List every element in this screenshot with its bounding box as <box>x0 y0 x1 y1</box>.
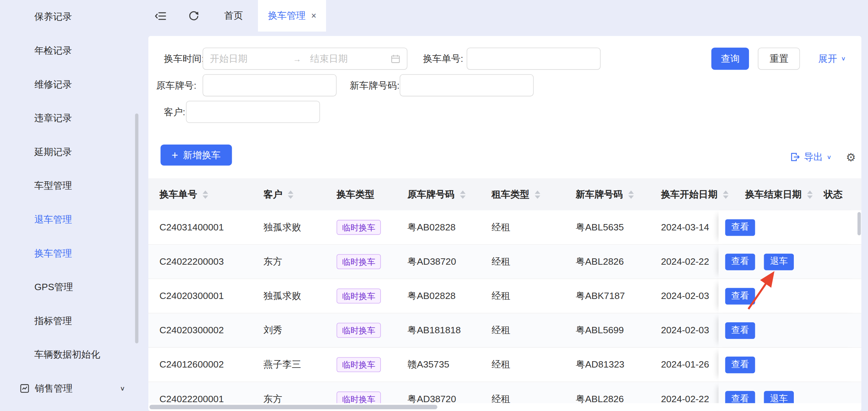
chevron-down-icon: ∨ <box>120 385 125 392</box>
settings-gear-icon[interactable]: ⚙ <box>846 152 856 163</box>
cell-order-no: C24031400001 <box>148 210 253 244</box>
filter-label-old-plate: 原车牌号: <box>156 79 203 92</box>
sidebar-scrollbar[interactable] <box>135 113 138 343</box>
column-label: 新车牌号码 <box>576 188 623 201</box>
tab-change-management[interactable]: 换车管理 × <box>258 0 326 31</box>
cell-old-plate: 粤AB02828 <box>396 279 480 313</box>
column-label: 租车类型 <box>491 188 529 201</box>
reset-button[interactable]: 重置 <box>758 48 800 70</box>
sidebar-item[interactable]: GPS管理 <box>0 270 140 304</box>
content-area: 换车时间: 开始日期 → 结束日期 <box>140 31 868 411</box>
cell-order-no: C24020300001 <box>148 279 253 313</box>
column-header[interactable]: 新车牌号码 <box>565 178 650 211</box>
order-no-input[interactable] <box>467 48 601 70</box>
cell-rent-type: 经租 <box>480 313 565 347</box>
tab-label: 换车管理 <box>268 10 306 22</box>
cell-customer: 东方 <box>253 245 326 279</box>
close-icon[interactable]: × <box>311 11 317 20</box>
cell-new-plate: 粤ABK7187 <box>565 279 650 313</box>
sort-icon[interactable] <box>807 190 813 199</box>
cell-new-plate: 粤ABL5635 <box>565 210 650 244</box>
sidebar-item[interactable]: 车型管理 <box>0 169 140 203</box>
add-change-button[interactable]: + 新增换车 <box>160 145 232 166</box>
sort-icon[interactable] <box>203 190 208 199</box>
sort-icon[interactable] <box>723 190 728 199</box>
cell-old-plate: 粤AB02828 <box>396 210 480 244</box>
export-button[interactable]: 导出 ∨ <box>791 151 832 163</box>
column-header[interactable]: 客户 <box>253 178 326 211</box>
row-actions: 查看 <box>719 313 861 347</box>
filter-row-2: 原车牌号: 新车牌号码: <box>148 74 861 96</box>
main-area: 首页 换车管理 × 换车时间: 开始日期 → 结束日期 <box>140 0 868 411</box>
sort-icon[interactable] <box>460 190 466 199</box>
cell-change-type: 临时换车 <box>325 348 396 382</box>
sidebar-item[interactable]: 车辆数据初始化 <box>0 338 140 372</box>
search-button[interactable]: 查询 <box>711 48 749 70</box>
sidebar-item[interactable]: 保养记录 <box>0 0 140 34</box>
horizontal-scrollbar-thumb[interactable] <box>149 405 437 409</box>
sidebar-item-sales[interactable]: 销售管理 ∨ <box>0 371 140 405</box>
sidebar-item[interactable]: 违章记录 <box>0 101 140 135</box>
chevron-down-icon: ∨ <box>841 55 846 62</box>
refresh-icon[interactable] <box>188 10 199 21</box>
table-toolbar: + 新增换车 <box>160 145 856 166</box>
filter-label-new-plate: 新车牌号码: <box>350 79 400 92</box>
cell-rent-type: 经租 <box>480 348 565 382</box>
column-header[interactable]: 换车开始日期 <box>650 178 734 211</box>
column-header: 换车类型 <box>325 178 396 211</box>
column-header[interactable]: 原车牌号码 <box>396 178 480 211</box>
table-row: C24012600002燕子李三临时换车赣A35735经租粤AD81323202… <box>148 348 861 382</box>
table-body: C24031400001独孤求败临时换车粤AB02828经租粤ABL563520… <box>148 210 861 411</box>
sort-icon[interactable] <box>288 190 294 199</box>
sidebar-item[interactable]: 延期记录 <box>0 135 140 169</box>
row-actions: 查看 <box>719 210 861 244</box>
column-label: 客户 <box>264 188 282 201</box>
view-button[interactable]: 查看 <box>725 288 755 304</box>
column-label: 原车牌号码 <box>407 188 454 201</box>
view-button[interactable]: 查看 <box>725 356 755 373</box>
cell-customer: 刘秀 <box>253 313 326 347</box>
filter-label-time: 换车时间: <box>164 52 203 65</box>
filter-label-order-no: 换车单号: <box>423 52 463 65</box>
sort-icon[interactable] <box>535 190 541 199</box>
change-type-tag: 临时换车 <box>337 288 381 304</box>
date-range-picker[interactable]: 开始日期 → 结束日期 <box>203 48 408 70</box>
sidebar-item[interactable]: 退车管理 <box>0 203 140 237</box>
sort-icon[interactable] <box>628 190 634 199</box>
sidebar-item[interactable]: 指标管理 <box>0 304 140 338</box>
table-vertical-scrollbar[interactable] <box>857 212 861 235</box>
cell-old-plate: 赣A35735 <box>396 348 480 382</box>
column-label: 换车结束日期 <box>745 188 802 201</box>
tab-home[interactable]: 首页 <box>217 0 251 31</box>
row-actions: 查看退车 <box>719 245 861 279</box>
sidebar-item[interactable]: 年检记录 <box>0 34 140 68</box>
column-header[interactable]: 换车结束日期 <box>734 178 813 211</box>
start-date-input[interactable]: 开始日期 <box>210 52 291 65</box>
cell-rent-type: 经租 <box>480 279 565 313</box>
add-label: 新增换车 <box>183 149 221 162</box>
menu-fold-icon[interactable] <box>155 11 166 20</box>
view-button[interactable]: 查看 <box>725 253 755 270</box>
view-button[interactable]: 查看 <box>725 219 755 236</box>
cell-rent-type: 经租 <box>480 245 565 279</box>
return-car-button[interactable]: 退车 <box>764 253 794 270</box>
main-panel: 换车时间: 开始日期 → 结束日期 <box>148 36 861 411</box>
column-header[interactable]: 换车单号 <box>148 178 253 211</box>
sidebar-item-label: 销售管理 <box>35 382 73 395</box>
right-tools: 导出 ∨ ⚙ <box>791 151 856 165</box>
new-plate-input[interactable] <box>400 74 533 96</box>
cell-old-plate: 粤AD38720 <box>396 245 480 279</box>
end-date-input[interactable]: 结束日期 <box>303 52 391 65</box>
sidebar: 保养记录年检记录维修记录违章记录延期记录车型管理退车管理换车管理GPS管理指标管… <box>0 0 140 411</box>
old-plate-input[interactable] <box>203 74 337 96</box>
expand-toggle[interactable]: 展开 ∨ <box>818 52 846 65</box>
sidebar-item[interactable]: 换车管理 <box>0 236 140 270</box>
customer-input[interactable] <box>186 101 320 123</box>
cell-change-type: 临时换车 <box>325 210 396 244</box>
change-type-tag: 临时换车 <box>337 323 381 338</box>
view-button[interactable]: 查看 <box>725 322 755 339</box>
chevron-down-icon: ∨ <box>827 154 832 160</box>
cell-customer: 独孤求败 <box>253 210 326 244</box>
sidebar-item[interactable]: 维修记录 <box>0 67 140 101</box>
column-header[interactable]: 租车类型 <box>480 178 565 211</box>
